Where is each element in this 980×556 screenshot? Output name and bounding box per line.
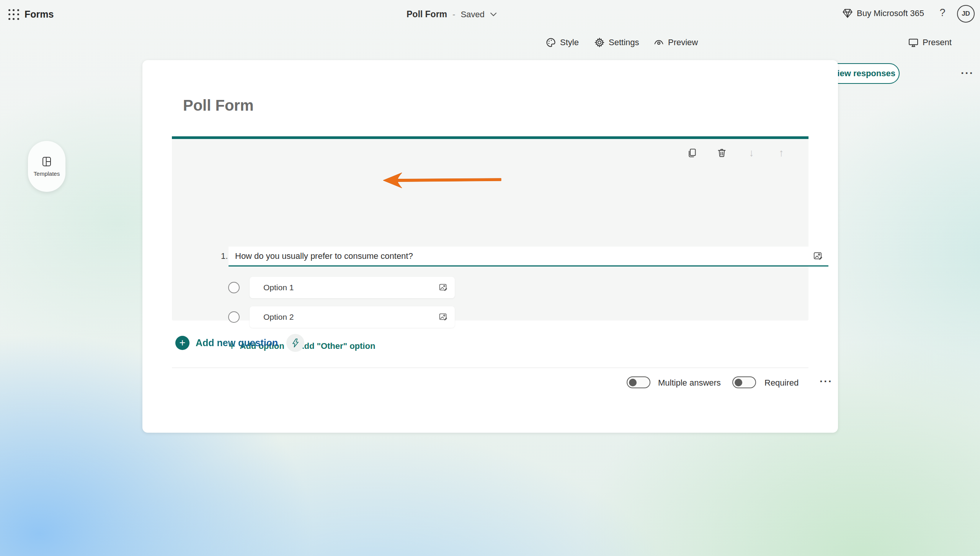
option-input[interactable]: Option 2: [250, 306, 455, 328]
view-responses-label: View responses: [832, 69, 895, 78]
help-button[interactable]: ?: [936, 7, 949, 19]
multiple-answers-label: Multiple answers: [658, 378, 721, 388]
save-status: Saved: [461, 10, 484, 20]
settings-button[interactable]: Settings: [594, 31, 639, 54]
add-new-question-button[interactable]: Add new question: [196, 337, 278, 348]
move-question-down-button: ↓: [746, 147, 757, 159]
required-label: Required: [764, 378, 799, 388]
toggle-knob: [735, 379, 742, 386]
multiple-answers-toggle[interactable]: [627, 376, 650, 388]
present-button[interactable]: Present: [908, 31, 952, 54]
insert-media-icon[interactable]: [439, 283, 448, 292]
title-status-separator: -: [452, 10, 455, 20]
option-radio[interactable]: [228, 311, 240, 323]
forms-editor-screen: Forms Poll Form - Saved Buy Microsoft 36…: [0, 0, 980, 556]
add-other-option-button[interactable]: Add "Other" option: [298, 341, 376, 351]
toggle-knob: [629, 379, 637, 386]
move-question-up-button: ↑: [776, 147, 787, 159]
present-label: Present: [923, 38, 952, 47]
editor-toolbar: Style Settings Preview: [0, 31, 980, 54]
buy-label: Buy Microsoft 365: [857, 8, 924, 18]
insert-media-icon[interactable]: [813, 251, 823, 261]
insert-media-icon[interactable]: [439, 312, 448, 322]
question-more-button[interactable]: ···: [820, 375, 833, 388]
delete-question-button[interactable]: [716, 147, 727, 159]
move-up-icon: ↑: [779, 147, 784, 159]
templates-button[interactable]: Templates: [28, 141, 65, 192]
form-card: Poll Form: [142, 60, 838, 433]
form-title[interactable]: Poll Form: [183, 97, 253, 114]
question-footer: Multiple answers Required ···: [172, 368, 808, 397]
question-actions: ↓ ↑: [686, 147, 787, 159]
question-editor: ↓ ↑ 1. How do you usually prefer to cons…: [172, 136, 808, 321]
required-toggle[interactable]: [732, 376, 756, 388]
style-label: Style: [560, 38, 579, 47]
present-screen-icon: [908, 37, 919, 48]
style-palette-icon: [546, 37, 556, 48]
move-down-icon: ↓: [749, 147, 754, 159]
ai-suggest-button[interactable]: [286, 334, 304, 352]
preview-button[interactable]: Preview: [653, 31, 698, 54]
chevron-down-icon: [490, 12, 497, 16]
question-text-input[interactable]: How do you usually prefer to consume con…: [229, 247, 828, 267]
premium-diamond-icon: [842, 8, 853, 18]
add-new-question-row: + Add new question: [175, 334, 304, 352]
document-title: Poll Form: [407, 9, 447, 20]
toolbar-more-button[interactable]: ···: [961, 67, 974, 79]
option-input[interactable]: Option 1: [250, 277, 455, 298]
buy-microsoft-365-button[interactable]: Buy Microsoft 365: [842, 8, 924, 18]
add-new-question-plus-icon[interactable]: +: [175, 336, 189, 350]
top-bar: Forms Poll Form - Saved Buy Microsoft 36…: [0, 0, 980, 28]
settings-label: Settings: [609, 38, 639, 47]
option-radio[interactable]: [228, 282, 240, 293]
question-number: 1.: [221, 251, 228, 261]
style-button[interactable]: Style: [546, 31, 579, 54]
lightning-bolt-icon: [291, 339, 300, 348]
question-text: How do you usually prefer to consume con…: [229, 251, 813, 261]
app-name: Forms: [24, 9, 54, 20]
question-accent-bar: [172, 136, 808, 139]
preview-label: Preview: [668, 38, 698, 47]
option-label: Option 1: [250, 283, 439, 292]
templates-grid-icon: [41, 156, 52, 167]
settings-gear-icon: [594, 37, 605, 48]
app-launcher-icon[interactable]: [8, 9, 20, 21]
templates-label: Templates: [34, 170, 60, 177]
option-label: Option 2: [250, 312, 439, 322]
preview-eye-icon: [653, 37, 664, 48]
copy-question-button[interactable]: [686, 147, 697, 159]
document-title-group[interactable]: Poll Form - Saved: [407, 9, 497, 20]
avatar-initials: JD: [962, 10, 970, 18]
avatar[interactable]: JD: [957, 5, 975, 23]
